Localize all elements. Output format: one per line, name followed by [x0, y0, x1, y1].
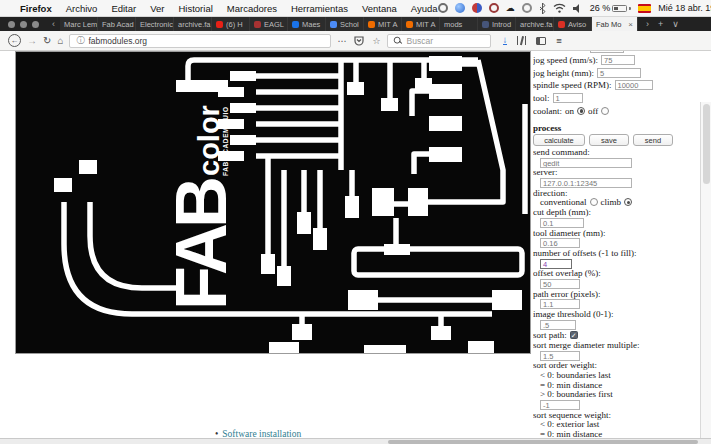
tab-title: Electronic: [140, 20, 173, 29]
jog-speed-input[interactable]: 75: [601, 55, 635, 65]
tab-eagl[interactable]: EAGL: [250, 17, 288, 31]
close-tab-icon[interactable]: ×: [628, 20, 633, 29]
horizontal-scrollbar[interactable]: [0, 438, 711, 444]
coolant-on-radio[interactable]: [577, 107, 585, 115]
cut-depth-input[interactable]: 0.1: [540, 218, 584, 228]
tab-archive-fa[interactable]: archive.fa: [516, 17, 554, 31]
bookmark-star-icon[interactable]: ☆: [372, 36, 380, 46]
sort-merge-input[interactable]: 1.5: [540, 351, 580, 361]
reload-button[interactable]: ↻: [43, 36, 51, 46]
tool-diameter-input[interactable]: 0.16: [540, 238, 580, 248]
tab-marc-lem[interactable]: Marc Lem: [60, 17, 98, 31]
zoom-window-button[interactable]: [32, 21, 39, 28]
close-window-button[interactable]: [8, 21, 15, 28]
tab-scroll-right-button[interactable]: ›: [646, 19, 649, 29]
horizontal-scrollbar-thumb[interactable]: [388, 440, 698, 444]
sort-order-weight-input[interactable]: -1: [540, 400, 580, 410]
tab-list-dropdown-button[interactable]: ∨: [672, 19, 679, 29]
site-info-icon[interactable]: ⓘ: [76, 35, 84, 46]
page-actions-overflow-icon[interactable]: ⋯: [337, 36, 346, 46]
aperture-icon[interactable]: [438, 3, 448, 13]
menu-item-historial[interactable]: Historial: [178, 3, 212, 14]
fab-logo-color-text: color: [196, 105, 222, 176]
offset-overlap-input[interactable]: 50: [540, 279, 580, 289]
page-action-icons: ⋯ ☆: [337, 36, 380, 46]
clock-icon[interactable]: [522, 3, 532, 13]
tool-input[interactable]: 1: [553, 93, 583, 103]
jog-height-input[interactable]: 5: [597, 68, 641, 78]
menu-item-archivo[interactable]: Archivo: [66, 3, 98, 14]
menu-datetime[interactable]: Mié 18 abr. 19:23: [658, 3, 711, 13]
coolant-label: coolant:: [533, 106, 562, 116]
volume-icon[interactable]: [573, 4, 583, 13]
tab-maes[interactable]: Maes: [288, 17, 326, 31]
library-button[interactable]: [517, 36, 526, 45]
battery-indicator[interactable]: 26 %: [590, 3, 632, 13]
send-command-input[interactable]: gedit: [540, 158, 632, 168]
record-icon[interactable]: [489, 3, 499, 13]
server-input[interactable]: 127.0.0.1:12345: [540, 178, 632, 188]
tab-archive-fa[interactable]: archive.fa: [174, 17, 212, 31]
forward-button[interactable]: →: [27, 36, 37, 46]
direction-conventional-label: conventional: [540, 197, 587, 207]
menu-status-area: ☁ 26 % Mié 18 abr. 19:23 Juan Felipe ≡: [438, 3, 711, 14]
tab-fab-mo[interactable]: Fab Mo×: [592, 17, 638, 31]
search-placeholder: Buscar: [407, 36, 433, 46]
spindle-speed-input[interactable]: 10000: [615, 80, 653, 90]
vertical-scrollbar-thumb[interactable]: [703, 104, 710, 184]
tab-scroll-left-button[interactable]: ‹: [47, 17, 60, 31]
direction-climb-radio[interactable]: [624, 198, 632, 206]
calculate-button[interactable]: calculate: [533, 134, 585, 146]
window-controls: [0, 17, 47, 31]
path-error-input[interactable]: 1.1: [540, 299, 580, 309]
menu-item-herramientas[interactable]: Herramientas: [291, 3, 348, 14]
fab-logo-subtitle: FAB ACADEMY UIO: [222, 105, 229, 176]
tab-introd[interactable]: Introd: [478, 17, 516, 31]
coolant-off-radio[interactable]: [601, 107, 609, 115]
downloads-button[interactable]: ↓: [503, 36, 508, 45]
tab-schol[interactable]: Schol: [326, 17, 364, 31]
tab-title: MIT A: [416, 20, 435, 29]
menu-item-ayuda[interactable]: Ayuda: [411, 3, 438, 14]
sort-path-checkbox[interactable]: ✓: [570, 331, 578, 339]
number-of-offsets-input[interactable]: 4: [540, 259, 572, 269]
vertical-scrollbar[interactable]: [700, 102, 711, 444]
direction-conventional-radio[interactable]: [590, 198, 598, 206]
tab-aviso[interactable]: Aviso: [554, 17, 592, 31]
menu-app-name[interactable]: Firefox: [20, 3, 52, 14]
search-field[interactable]: Buscar: [387, 34, 491, 48]
home-button[interactable]: ⌂: [57, 36, 63, 46]
pocket-icon[interactable]: [354, 36, 364, 46]
path-error-label: path error (pixels):: [533, 289, 700, 299]
pcb-traces: [16, 52, 531, 354]
sort-merge-label: sort merge diameter multiple:: [533, 340, 700, 350]
menu-item-editar[interactable]: Editar: [111, 3, 136, 14]
tab--6-h[interactable]: (6) H: [212, 17, 250, 31]
sidebar-toggle-button[interactable]: [536, 37, 546, 45]
save-button[interactable]: save: [589, 134, 629, 146]
bluetooth-icon[interactable]: [539, 3, 546, 14]
url-bar[interactable]: ⓘ fabmodules.org: [69, 34, 331, 48]
spain-flag-icon[interactable]: [638, 4, 651, 13]
tab-mit-a[interactable]: MIT A: [364, 17, 402, 31]
wifi-icon[interactable]: [553, 3, 566, 13]
menu-item-ver[interactable]: Ver: [150, 3, 164, 14]
image-threshold-input[interactable]: .5: [540, 320, 576, 330]
menu-item-marcadores[interactable]: Marcadores: [227, 3, 277, 14]
cloud-icon[interactable]: ☁: [506, 3, 515, 13]
globe-icon[interactable]: [455, 3, 465, 13]
back-button[interactable]: ←: [8, 34, 21, 47]
tab-mods[interactable]: mods: [440, 17, 478, 31]
tab-fab-acad[interactable]: Fab Acad: [98, 17, 136, 31]
eagle-favicon: [254, 21, 261, 28]
minimize-window-button[interactable]: [20, 21, 27, 28]
new-tab-button[interactable]: +: [658, 19, 663, 29]
tab-electronic[interactable]: Electronic: [136, 17, 174, 31]
tab-mit-a[interactable]: MIT A: [402, 17, 440, 31]
menu-item-ventana[interactable]: Ventana: [362, 3, 397, 14]
hamburger-menu-button[interactable]: ≡: [556, 35, 562, 46]
sort-order-line: = 0: min distance: [533, 380, 700, 390]
grid-icon[interactable]: [472, 3, 482, 13]
send-button[interactable]: send: [633, 134, 673, 146]
battery-percent: 26 %: [590, 3, 611, 13]
